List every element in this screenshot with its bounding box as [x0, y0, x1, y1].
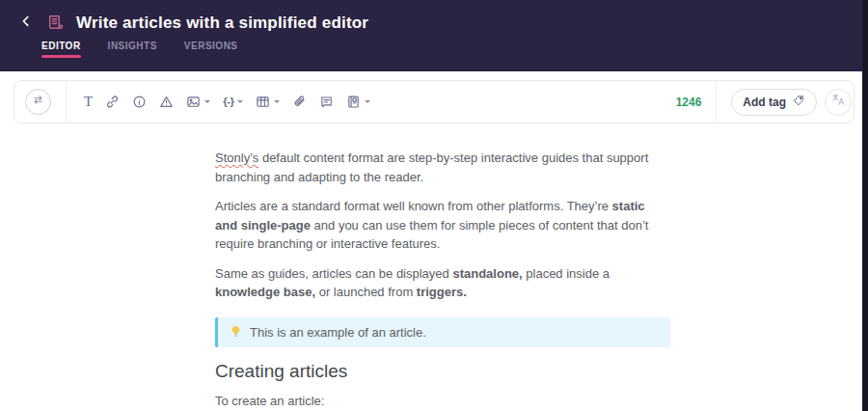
paragraph-intro: Stonly’s default content format are step…: [215, 149, 670, 186]
note-icon: [319, 95, 334, 109]
header-title-row: Write articles with a simplified editor: [0, 0, 868, 35]
info-icon: [132, 95, 147, 109]
text-button[interactable]: T: [81, 91, 95, 113]
tab-insights[interactable]: INSIGHTS: [108, 41, 157, 58]
image-icon: [186, 95, 201, 109]
chevron-down-icon: [365, 100, 370, 103]
translate-button[interactable]: [825, 89, 852, 116]
variable-icon: {-}: [223, 95, 233, 109]
article-doc-icon: [46, 14, 65, 32]
character-count: 1246: [676, 96, 702, 109]
book-icon: [346, 95, 361, 109]
lightbulb-icon: [230, 325, 242, 340]
adjacent-panel-edge: [862, 0, 868, 411]
tag-icon: [792, 94, 805, 110]
toolbar-row: T: [0, 71, 868, 123]
image-button[interactable]: [183, 91, 213, 113]
add-tag-label: Add tag: [743, 96, 786, 109]
swap-button[interactable]: [25, 89, 51, 115]
chevron-left-icon: [19, 14, 33, 33]
callout-text: This is an example of an article.: [250, 323, 426, 342]
link-button[interactable]: [102, 91, 122, 113]
back-button[interactable]: [17, 14, 35, 33]
app-window: Write articles with a simplified editor …: [0, 0, 868, 411]
tip-callout: This is an example of an article.: [215, 317, 670, 348]
link-icon: [105, 95, 120, 109]
attachment-button[interactable]: [289, 91, 310, 113]
toolbar-right-group: 1246 Add tag: [676, 81, 854, 123]
info-button[interactable]: [129, 91, 149, 113]
toolbar-divider: [716, 81, 717, 123]
chevron-down-icon: [204, 100, 210, 103]
tab-editor[interactable]: EDITOR: [41, 41, 81, 58]
note-button[interactable]: [316, 91, 337, 113]
paragraph-articles: Articles are a standard format well know…: [215, 197, 670, 254]
add-tag-button[interactable]: Add tag: [731, 89, 817, 116]
table-icon: [256, 95, 270, 109]
toolbar-divider: [66, 81, 67, 123]
warning-button[interactable]: [156, 91, 176, 113]
book-button[interactable]: [343, 91, 373, 113]
translate-icon: [831, 93, 846, 111]
swap-icon: [31, 93, 45, 111]
paragraph-display-options: Same as guides, articles can be displaye…: [215, 264, 670, 302]
chevron-down-icon: [274, 100, 280, 103]
page-title: Write articles with a simplified editor: [76, 14, 368, 33]
table-button[interactable]: [253, 91, 283, 113]
list-intro: To create an article:: [215, 392, 670, 411]
app-header: Write articles with a simplified editor …: [0, 0, 868, 71]
variable-button[interactable]: {-}: [220, 91, 246, 113]
text-icon: T: [84, 95, 93, 109]
editor-toolbar: T: [14, 80, 854, 123]
editor-content-area[interactable]: Stonly’s default content format are step…: [0, 123, 690, 411]
attachment-icon: [292, 95, 307, 109]
header-tabs: EDITOR INSIGHTS VERSIONS: [0, 41, 868, 58]
misspelled-word: Stonly’s: [215, 151, 258, 165]
toolbar-icon-group: T: [81, 91, 373, 113]
warning-icon: [159, 95, 174, 109]
chevron-down-icon: [237, 100, 243, 103]
tab-versions[interactable]: VERSIONS: [184, 41, 238, 58]
section-heading: Creating articles: [215, 361, 690, 382]
